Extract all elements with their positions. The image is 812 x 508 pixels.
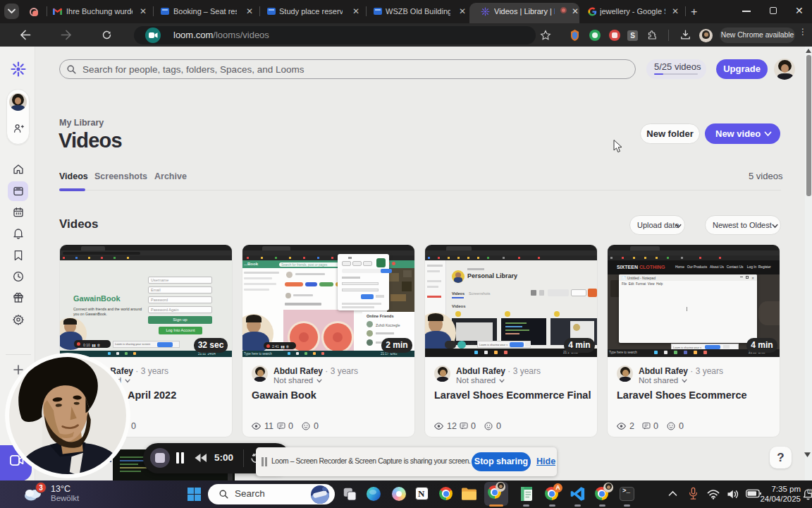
svg-text:23: 23 (808, 490, 812, 494)
